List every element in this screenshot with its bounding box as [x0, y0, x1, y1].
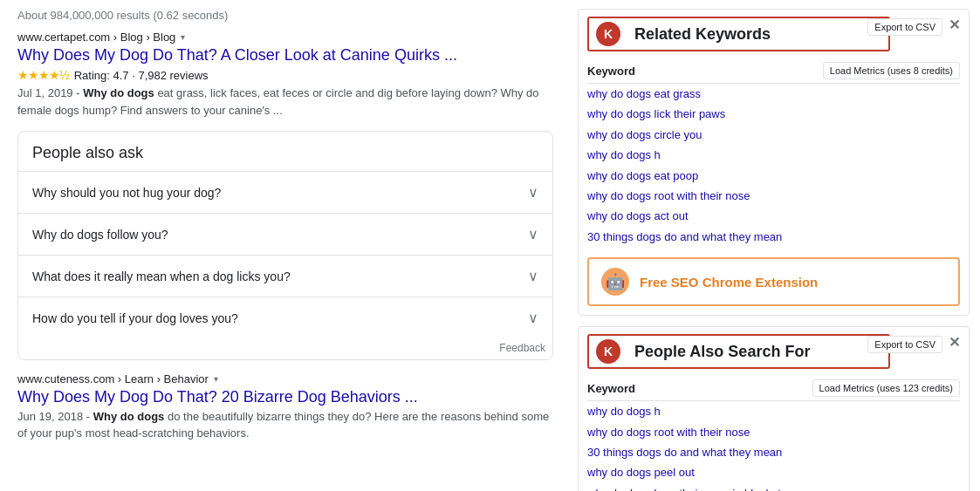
feedback-label[interactable]: Feedback: [18, 338, 552, 359]
result-1-breadcrumb: www.certapet.com › Blog › Blog: [17, 31, 175, 44]
paa-item-3[interactable]: How do you tell if your dog loves you? ∨: [18, 297, 552, 338]
people-also-search-close[interactable]: ✕: [949, 334, 960, 351]
paa-item-2[interactable]: What does it really mean when a dog lick…: [18, 255, 552, 297]
people-also-search-col-header: Keyword: [587, 382, 635, 395]
paa-chevron-1: ∨: [528, 226, 538, 242]
result-2-snippet: Jun 19, 2018 - Why do dogs do the beauti…: [17, 408, 553, 442]
result-1-snippet: Jul 1, 2019 - Why do dogs eat grass, lic…: [17, 85, 553, 119]
paa-item-text-2: What does it really mean when a dog lick…: [32, 269, 291, 283]
related-keywords-col-header: Keyword: [587, 65, 635, 78]
left-column: About 984,000,000 results (0.62 seconds)…: [0, 0, 567, 491]
related-keyword-item-3[interactable]: why do dogs h: [587, 145, 960, 165]
people-also-search-item-0[interactable]: why do dogs h: [587, 401, 960, 421]
related-keyword-item-4[interactable]: why do dogs eat poop: [587, 166, 960, 186]
people-also-search-table: Keyword Load Metrics (uses 123 credits) …: [579, 374, 969, 491]
robot-face-icon: 🤖: [606, 272, 625, 291]
result-1-snippet-bold: Why do dogs: [83, 86, 154, 99]
result-1-rating-row: ★★★★½ Rating: 4.7 · 7,982 reviews: [17, 68, 553, 82]
related-keywords-export-btn[interactable]: Export to CSV: [867, 18, 942, 36]
people-also-search-item-2[interactable]: 30 things dogs do and what they mean: [587, 442, 960, 462]
result-1-title[interactable]: Why Does My Dog Do That? A Closer Look a…: [17, 46, 457, 64]
related-keywords-list: why do dogs eat grasswhy do dogs lick th…: [587, 84, 960, 247]
people-also-search-item-4[interactable]: why do dogs bury their nose in blankets: [587, 483, 960, 491]
paa-item-text-0: Why should you not hug your dog?: [32, 186, 221, 200]
right-column: K Related Keywords Export to CSV ✕ Keywo…: [567, 0, 980, 491]
related-keyword-item-1[interactable]: why do dogs lick their paws: [587, 104, 960, 124]
robot-icon: 🤖: [601, 268, 629, 296]
seo-banner-text: Free SEO Chrome Extension: [640, 275, 818, 290]
related-keywords-widget: K Related Keywords Export to CSV ✕ Keywo…: [578, 9, 970, 316]
related-keywords-table-header: Keyword Load Metrics (uses 8 credits): [587, 57, 960, 84]
people-also-search-item-1[interactable]: why do dogs root with their nose: [587, 422, 960, 442]
people-also-search-load-metrics-btn[interactable]: Load Metrics (uses 123 credits): [812, 379, 960, 397]
result-1-snippet-date: Jul 1, 2019 -: [17, 86, 80, 99]
related-keywords-title: Related Keywords: [634, 25, 771, 44]
search-result-1: www.certapet.com › Blog › Blog ▾ Why Doe…: [17, 31, 553, 119]
related-keywords-close[interactable]: ✕: [949, 17, 960, 33]
result-2-title[interactable]: Why Does My Dog Do That? 20 Bizarre Dog …: [17, 388, 418, 406]
related-keywords-table: Keyword Load Metrics (uses 8 credits) wh…: [579, 57, 969, 254]
result-2-snippet-bold: Why do dogs: [93, 410, 165, 423]
result-2-url-arrow[interactable]: ▾: [214, 374, 218, 384]
related-keyword-item-6[interactable]: why do dogs act out: [587, 206, 960, 226]
seo-banner[interactable]: 🤖 Free SEO Chrome Extension: [587, 257, 960, 306]
paa-chevron-0: ∨: [528, 184, 538, 201]
paa-chevron-3: ∨: [528, 310, 538, 326]
result-1-stars: ★★★★½: [17, 68, 69, 82]
paa-title: People also ask: [18, 132, 552, 171]
paa-item-0[interactable]: Why should you not hug your dog? ∨: [18, 171, 552, 213]
people-also-search-title: People Also Search For: [634, 343, 810, 361]
paa-box: People also ask Why should you not hug y…: [17, 131, 553, 360]
related-keyword-item-0[interactable]: why do dogs eat grass: [587, 84, 960, 104]
paa-chevron-2: ∨: [528, 268, 538, 284]
related-keywords-load-metrics-btn[interactable]: Load Metrics (uses 8 credits): [823, 62, 960, 79]
result-1-url-arrow[interactable]: ▾: [181, 32, 185, 42]
people-also-search-item-3[interactable]: why do dogs peel out: [587, 462, 960, 482]
people-also-search-logo: K: [596, 339, 620, 364]
related-keyword-item-5[interactable]: why do dogs root with their nose: [587, 186, 960, 206]
result-2-url: www.cuteness.com › Learn › Behavior ▾: [17, 372, 553, 385]
result-1-rating-text: Rating: 4.7 · 7,982 reviews: [74, 69, 209, 82]
paa-item-text-1: Why do dogs follow you?: [32, 228, 168, 242]
related-keyword-item-2[interactable]: why do dogs circle you: [587, 125, 960, 145]
people-also-search-widget: K People Also Search For Export to CSV ✕…: [578, 326, 970, 491]
people-also-search-list: why do dogs hwhy do dogs root with their…: [587, 401, 960, 491]
result-1-url: www.certapet.com › Blog › Blog ▾: [17, 31, 553, 44]
paa-item-text-3: How do you tell if your dog loves you?: [32, 311, 238, 325]
people-also-search-export-btn[interactable]: Export to CSV: [867, 336, 942, 353]
people-also-search-table-header: Keyword Load Metrics (uses 123 credits): [587, 374, 960, 401]
search-result-2: www.cuteness.com › Learn › Behavior ▾ Wh…: [17, 372, 553, 441]
result-2-snippet-date: Jun 19, 2018 -: [17, 410, 90, 423]
related-keywords-logo: K: [596, 22, 620, 46]
related-keyword-item-7[interactable]: 30 things dogs do and what they mean: [587, 227, 960, 247]
result-2-breadcrumb: www.cuteness.com › Learn › Behavior: [17, 372, 209, 385]
results-count: About 984,000,000 results (0.62 seconds): [17, 9, 553, 22]
paa-item-1[interactable]: Why do dogs follow you? ∨: [18, 213, 552, 255]
